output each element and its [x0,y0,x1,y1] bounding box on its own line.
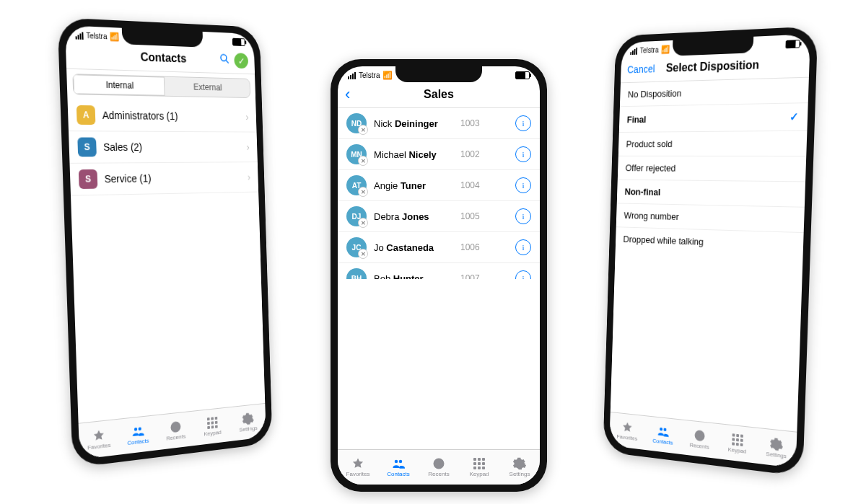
presence-offline-icon: ✕ [358,187,368,197]
wifi-icon: 📶 [661,45,670,54]
contact-avatar: JC✕ [346,237,367,257]
tab-label: Keypad [204,429,222,438]
tab-keypad[interactable]: Keypad [459,450,499,485]
keypad-icon [473,457,485,470]
presence-offline-icon: ✕ [358,218,368,228]
tab-label: Favorites [87,442,111,451]
notch [122,28,204,48]
group-row[interactable]: SSales (2)› [69,131,258,164]
tab-favorites[interactable]: Favorites [609,412,645,450]
segment-control[interactable]: Internal External [72,74,250,98]
battery-icon [785,40,800,48]
contact-extension: 1006 [460,242,489,252]
tab-recents[interactable]: Recents [681,420,719,459]
recents-icon [432,457,445,470]
tab-label: Favorites [346,471,370,477]
notch [673,37,754,56]
tab-recents[interactable]: Recents [157,412,195,451]
disposition-label: Dropped while talking [623,234,704,247]
disposition-option[interactable]: Offer rejected [618,156,806,182]
contact-row[interactable]: AT✕Angie Tuner1004i [338,170,540,201]
signal-icon [630,47,637,54]
contact-name: Jo Castaneda [374,242,453,253]
tab-label: Contacts [387,471,410,477]
info-button[interactable]: i [515,239,531,255]
group-letter-badge: S [77,138,97,157]
contact-row[interactable]: DJ✕Debra Jones1005i [338,201,540,232]
tab-label: Contacts [127,437,149,446]
info-button[interactable]: i [515,270,531,279]
disposition-list: No DispositionFinal✓Product soldOffer re… [616,78,809,255]
favorites-icon [621,420,633,434]
presence-offline-icon: ✕ [358,249,368,259]
wifi-icon: 📶 [110,32,120,42]
tab-favorites[interactable]: Favorites [338,450,378,485]
info-button[interactable]: i [515,177,531,193]
search-icon[interactable] [219,52,231,68]
settings-icon [513,457,526,470]
tab-settings[interactable]: Settings [756,428,797,468]
signal-icon [348,72,356,79]
tab-contacts[interactable]: Contacts [118,415,158,455]
settings-icon [770,437,783,451]
carrier-label: Telstra [359,71,380,79]
tab-label: Contacts [652,438,673,446]
page-title: Select Disposition [665,58,759,75]
segment-internal[interactable]: Internal [73,74,165,96]
group-label: Sales (2) [103,141,240,153]
disposition-label: No Disposition [628,88,682,100]
contact-row[interactable]: MN✕Michael Nicely1002i [338,139,540,170]
tab-label: Settings [766,451,787,460]
favorites-icon [351,457,364,470]
battery-icon [515,71,530,79]
tab-settings[interactable]: Settings [499,450,540,485]
tab-label: Settings [509,471,530,477]
contact-avatar: AT✕ [346,175,367,195]
tab-label: Favorites [616,433,637,442]
tab-contacts[interactable]: Contacts [378,450,419,485]
contact-row[interactable]: BH✕Bob Hunter1007i [338,263,540,279]
tab-keypad[interactable]: Keypad [193,407,231,446]
segment-external[interactable]: External [165,77,250,97]
disposition-option[interactable]: Product sold [618,131,808,156]
navbar-sales: ‹ Sales [338,81,540,108]
group-row[interactable]: AAdministrators (1)› [68,99,257,132]
tab-settings[interactable]: Settings [230,404,266,441]
chevron-right-icon: › [248,172,251,183]
recents-icon [694,428,706,443]
info-button[interactable]: i [515,115,531,131]
group-row[interactable]: SService (1)› [70,162,259,196]
tab-label: Keypad [728,446,747,455]
tab-label: Recents [428,471,449,477]
contact-name: Michael Nicely [374,149,453,160]
contact-row[interactable]: ND✕Nick Deininger1003i [338,108,540,139]
phone-contacts: Telstra 📶 4:03 pm Contacts ✓ Internal Ex… [58,17,273,468]
chevron-right-icon: › [245,111,249,123]
group-letter-badge: A [76,105,96,125]
carrier-label: Telstra [86,32,107,41]
tab-recents[interactable]: Recents [419,450,459,485]
info-button[interactable]: i [515,146,531,162]
tab-keypad[interactable]: Keypad [718,424,758,464]
chevron-right-icon: › [247,141,250,153]
contact-row[interactable]: JC✕Jo Castaneda1006i [338,232,540,263]
tab-label: Recents [689,442,709,451]
status-available-icon[interactable]: ✓ [234,53,248,68]
contact-extension: 1007 [460,273,489,279]
tab-label: Settings [239,425,257,433]
contacts-icon [131,424,144,438]
group-label: Service (1) [104,172,241,185]
page-title: Contacts [140,50,186,65]
phone-disposition: Telstra 📶 4:04 pm Cancel Select Disposit… [603,26,818,477]
cancel-button[interactable]: Cancel [627,63,655,75]
tab-contacts[interactable]: Contacts [644,416,682,454]
presence-offline-icon: ✕ [358,156,368,166]
back-button[interactable]: ‹ [345,87,350,102]
contact-name: Debra Jones [374,211,453,222]
disposition-section-header: Non-final [617,180,805,208]
contact-avatar: DJ✕ [346,206,367,226]
info-button[interactable]: i [515,208,531,224]
tab-favorites[interactable]: Favorites [79,420,120,459]
disposition-label: Non-final [624,186,660,197]
recents-icon [170,420,182,434]
